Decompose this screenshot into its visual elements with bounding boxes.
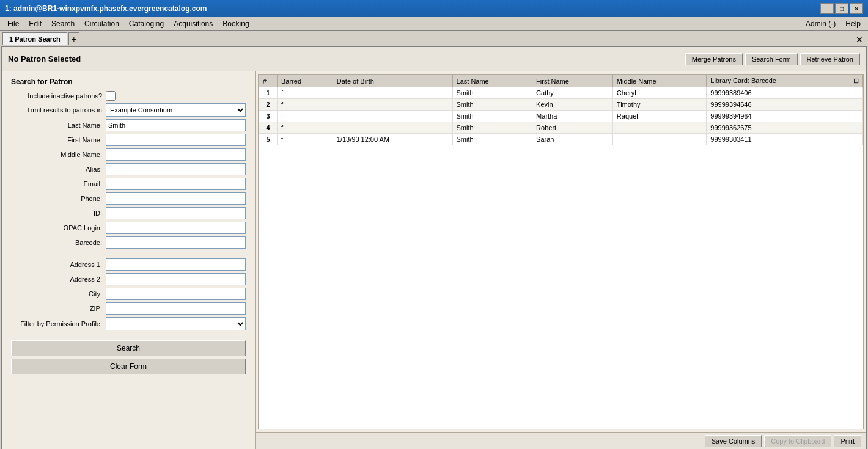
minimize-button[interactable]: − <box>820 3 834 14</box>
first-name-row: First Name: <box>11 134 246 146</box>
col-header-num[interactable]: # <box>259 75 278 87</box>
cell-last-name: Smith <box>452 122 532 134</box>
close-window-button[interactable]: ✕ <box>850 3 863 14</box>
address1-input[interactable] <box>106 258 246 271</box>
opac-login-row: OPAC Login: <box>11 222 246 234</box>
city-label: City: <box>11 290 106 298</box>
merge-patrons-button[interactable]: Merge Patrons <box>685 53 743 65</box>
cell-last-name: Smith <box>452 134 532 145</box>
address2-row: Address 2: <box>11 273 246 285</box>
cell-last-name: Smith <box>452 111 532 122</box>
tab-patron-search[interactable]: 1 Patron Search <box>2 32 67 45</box>
id-label: ID: <box>11 210 106 217</box>
title-bar-controls: − □ ✕ <box>820 3 863 14</box>
filter-profile-select[interactable] <box>106 317 246 330</box>
address2-input[interactable] <box>106 273 246 285</box>
col-header-barred[interactable]: Barred <box>278 75 333 87</box>
cell-middle-name <box>612 122 706 134</box>
zip-label: ZIP: <box>11 305 106 312</box>
address1-row: Address 1: <box>11 258 246 271</box>
cell-middle-name: Cheryl <box>612 87 706 99</box>
email-label: Email: <box>11 180 106 188</box>
email-row: Email: <box>11 178 246 190</box>
col-header-dob[interactable]: Date of Birth <box>333 75 452 87</box>
patron-status: No Patron Selected <box>8 54 685 64</box>
cell-first-name: Cathy <box>532 87 613 99</box>
retrieve-patron-button[interactable]: Retrieve Patron <box>800 53 860 65</box>
filter-profile-row: Filter by Permission Profile: <box>11 317 246 330</box>
menu-edit[interactable]: Edit <box>24 18 46 29</box>
last-name-row: Last Name: <box>11 119 246 131</box>
phone-row: Phone: <box>11 192 246 205</box>
phone-input[interactable] <box>106 192 246 205</box>
search-button[interactable]: Search <box>11 340 246 356</box>
copy-to-clipboard-button[interactable]: Copy to Clipboard <box>764 435 831 447</box>
menu-bar: File Edit Search Circulation Cataloging … <box>0 17 868 31</box>
col-header-library-card[interactable]: Library Card: Barcode ⊞ <box>707 75 863 87</box>
menu-file[interactable]: File <box>2 18 24 29</box>
middle-name-row: Middle Name: <box>11 148 246 161</box>
menu-cataloging[interactable]: Cataloging <box>124 18 169 29</box>
filter-profile-label: Filter by Permission Profile: <box>11 320 106 327</box>
email-input[interactable] <box>106 178 246 190</box>
search-form-title: Search for Patron <box>11 78 246 86</box>
table-row[interactable]: 1 f Smith Cathy Cheryl 99999389406 <box>259 87 863 99</box>
cell-last-name: Smith <box>452 99 532 111</box>
col-header-last-name[interactable]: Last Name <box>452 75 532 87</box>
title-bar-text: 1: admin@BR1-winxpvmfx.phasefx.evergreen… <box>5 4 820 13</box>
save-columns-button[interactable]: Save Columns <box>705 435 762 447</box>
col-header-first-name[interactable]: First Name <box>532 75 613 87</box>
include-inactive-checkbox[interactable] <box>106 91 116 101</box>
col-header-middle-name[interactable]: Middle Name <box>612 75 706 87</box>
results-table-body: 1 f Smith Cathy Cheryl 99999389406 2 f S… <box>259 87 863 145</box>
print-button[interactable]: Print <box>834 435 861 447</box>
cell-barred: f <box>278 122 333 134</box>
menu-booking[interactable]: Booking <box>218 18 254 29</box>
barcode-row: Barcode: <box>11 236 246 249</box>
tab-add-button[interactable]: + <box>68 32 79 45</box>
cell-num: 1 <box>259 87 278 99</box>
body-area: Search for Patron Include inactive patro… <box>2 71 866 449</box>
limit-results-select[interactable]: Example Consortium <box>106 103 246 117</box>
search-panel: Search for Patron Include inactive patro… <box>2 71 256 449</box>
alias-row: Alias: <box>11 163 246 175</box>
city-input[interactable] <box>106 288 246 300</box>
phone-label: Phone: <box>11 195 106 202</box>
include-inactive-row: Include inactive patrons? <box>11 91 246 101</box>
last-name-input[interactable] <box>106 119 246 131</box>
results-table-container[interactable]: # Barred Date of Birth Last Name First N… <box>258 74 864 429</box>
table-row[interactable]: 5 f 1/13/90 12:00 AM Smith Sarah 9999930… <box>259 134 863 145</box>
id-row: ID: <box>11 207 246 219</box>
cell-barred: f <box>278 111 333 122</box>
barcode-label: Barcode: <box>11 239 106 246</box>
maximize-button[interactable]: □ <box>835 3 848 14</box>
menu-acquisitions[interactable]: Acquisitions <box>169 18 218 29</box>
results-table-header: # Barred Date of Birth Last Name First N… <box>259 75 863 87</box>
cell-library-card: 99999394646 <box>707 99 863 111</box>
table-row[interactable]: 4 f Smith Robert 99999362675 <box>259 122 863 134</box>
table-row[interactable]: 2 f Smith Kevin Timothy 99999394646 <box>259 99 863 111</box>
menu-help[interactable]: Help <box>840 18 866 29</box>
middle-name-input[interactable] <box>106 148 246 161</box>
middle-name-label: Middle Name: <box>11 151 106 158</box>
barcode-input[interactable] <box>106 236 246 249</box>
menu-search[interactable]: Search <box>46 18 79 29</box>
tab-close-icon[interactable]: ✕ <box>856 35 866 45</box>
first-name-label: First Name: <box>11 136 106 144</box>
id-input[interactable] <box>106 207 246 219</box>
cell-dob <box>333 99 452 111</box>
first-name-input[interactable] <box>106 134 246 146</box>
menu-admin[interactable]: Admin (-) <box>801 18 840 29</box>
cell-last-name: Smith <box>452 87 532 99</box>
search-form-button[interactable]: Search Form <box>745 53 798 65</box>
cell-first-name: Robert <box>532 122 613 134</box>
opac-login-input[interactable] <box>106 222 246 234</box>
main-content: No Patron Selected Merge Patrons Search … <box>1 46 867 449</box>
cell-num: 2 <box>259 99 278 111</box>
alias-input[interactable] <box>106 163 246 175</box>
table-row[interactable]: 3 f Smith Martha Raquel 99999394964 <box>259 111 863 122</box>
clear-form-button[interactable]: Clear Form <box>11 359 246 374</box>
zip-input[interactable] <box>106 302 246 315</box>
menu-circulation[interactable]: Circulation <box>79 18 124 29</box>
cell-first-name: Kevin <box>532 99 613 111</box>
